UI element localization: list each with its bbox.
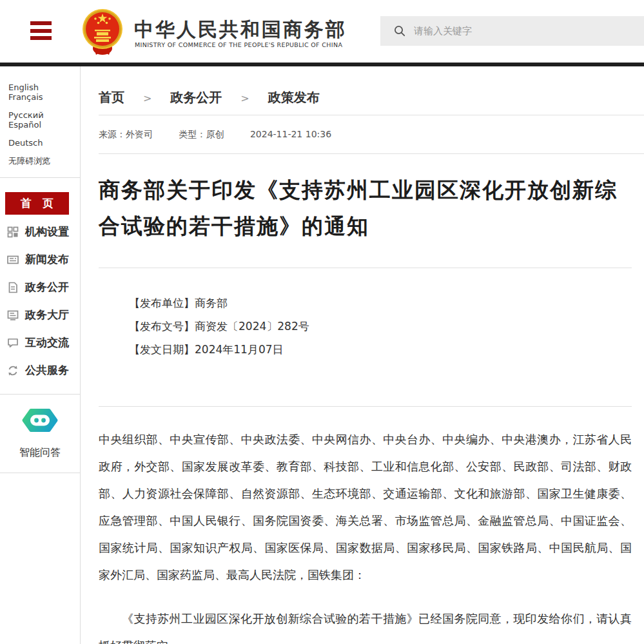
breadcrumb-gov-affairs[interactable]: 政务公开 (170, 90, 222, 105)
lang-link-english[interactable]: English (8, 83, 39, 92)
sidebar-item-service-hall[interactable]: 政务大厅 (0, 301, 80, 329)
sidebar-item-organization[interactable]: 机构设置 (0, 218, 80, 246)
search-icon (394, 25, 405, 37)
hamburger-menu-icon[interactable] (30, 21, 52, 40)
site-subtitle: MINISTRY OF COMMERCE OF THE PEOPLE'S REP… (135, 41, 342, 48)
accessibility-browse-link[interactable]: 无障碍浏览 (8, 156, 50, 166)
sidebar-item-label: 政务大厅 (25, 307, 69, 322)
lang-link-russian[interactable]: Русский (8, 110, 44, 120)
national-emblem-logo (82, 7, 123, 57)
sidebar-item-interaction[interactable]: 互动交流 (0, 329, 80, 356)
breadcrumb: 首页 > 政务公开 > 政策发布 (99, 66, 644, 115)
language-links: English Français Русский Español Deutsch… (0, 66, 80, 178)
publication-info: 【发布单位】商务部 【发布文号】商资发〔2024〕282号 【发文日期】2024… (99, 268, 632, 407)
public-service-icon (6, 364, 19, 377)
article-body: 中央组织部、中央宣传部、中央政法委、中央网信办、中央台办、中央编办、中央港澳办，… (99, 407, 644, 644)
ai-assistant-entry[interactable]: 智能问答 (0, 394, 80, 473)
content-area: 首页 > 政务公开 > 政策发布 来源：外资司 类型：原创 2024-11-21… (81, 66, 644, 644)
sidebar-item-label: 政务公开 (25, 280, 69, 295)
meta-datetime: 2024-11-21 10:36 (250, 129, 331, 139)
publish-date: 【发文日期】2024年11月07日 (129, 338, 632, 361)
site-title: 中华人民共和国商务部 (134, 17, 347, 43)
sidebar-item-label: 机构设置 (25, 224, 69, 239)
publish-number: 【发布文号】商资发〔2024〕282号 (129, 315, 632, 338)
lang-link-francais[interactable]: Français (8, 92, 43, 102)
article-paragraph: 中央组织部、中央宣传部、中央政法委、中央网信办、中央台办、中央编办、中央港澳办，… (99, 426, 632, 589)
search-input[interactable] (414, 25, 607, 37)
breadcrumb-separator: > (240, 92, 249, 104)
lang-link-espanol[interactable]: Español (8, 120, 41, 130)
sidebar-item-label: 公共服务 (25, 363, 69, 378)
document-icon (6, 281, 19, 294)
sidebar-nav: 机构设置 新闻发布 政务公开 (0, 218, 80, 384)
org-grid-icon (6, 226, 19, 239)
news-icon (6, 253, 19, 266)
breadcrumb-home[interactable]: 首页 (99, 90, 124, 105)
search-box[interactable] (380, 16, 644, 46)
service-hall-icon (6, 309, 19, 322)
sidebar-item-home[interactable]: 首 页 (5, 192, 69, 215)
sidebar: English Français Русский Español Deutsch… (0, 66, 81, 644)
article-paragraph: 《支持苏州工业园区深化开放创新综合试验的若干措施》已经国务院同意，现印发给你们，… (99, 605, 632, 644)
sidebar-item-public-service[interactable]: 公共服务 (0, 356, 80, 384)
ai-assistant-label: 智能问答 (0, 446, 80, 460)
meta-type: 类型：原创 (179, 129, 224, 139)
page-body: English Français Русский Español Deutsch… (0, 66, 644, 644)
chat-icon (6, 337, 19, 349)
sidebar-item-gov-affairs[interactable]: 政务公开 (0, 273, 80, 301)
sidebar-item-label: 新闻发布 (25, 252, 69, 267)
breadcrumb-policy-release[interactable]: 政策发布 (268, 90, 320, 105)
lang-link-deutsch[interactable]: Deutsch (8, 138, 43, 148)
sidebar-item-label: 互动交流 (25, 335, 69, 350)
title-section: 商务部关于印发《支持苏州工业园区深化开放创新综合试验的若干措施》的通知 (99, 154, 632, 268)
breadcrumb-separator: > (143, 92, 151, 104)
meta-source: 来源：外资司 (99, 129, 153, 139)
article-meta: 来源：外资司 类型：原创 2024-11-21 10:36 (99, 115, 644, 154)
publish-unit: 【发布单位】商务部 (129, 291, 632, 315)
site-header: 中华人民共和国商务部 MINISTRY OF COMMERCE OF THE P… (0, 0, 644, 63)
article-title: 商务部关于印发《支持苏州工业园区深化开放创新综合试验的若干措施》的通知 (99, 172, 622, 244)
ai-robot-icon (19, 405, 61, 435)
sidebar-item-news[interactable]: 新闻发布 (0, 246, 80, 273)
